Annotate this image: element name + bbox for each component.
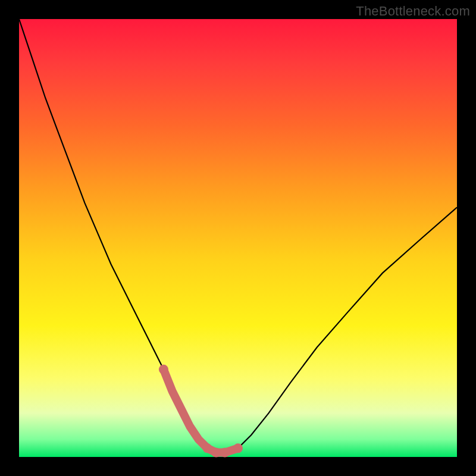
chart-frame: TheBottleneck.com [0, 0, 476, 476]
plot-area [19, 19, 457, 457]
highlight-dot [203, 443, 212, 453]
bottleneck-curve [19, 19, 457, 453]
highlight-dot [159, 365, 168, 374]
curve-svg [19, 19, 457, 457]
bottleneck-highlight [164, 369, 238, 453]
watermark-text: TheBottleneck.com [356, 4, 470, 19]
highlight-dot [211, 448, 221, 458]
highlight-dot [220, 448, 230, 458]
highlight-dot [233, 443, 243, 453]
